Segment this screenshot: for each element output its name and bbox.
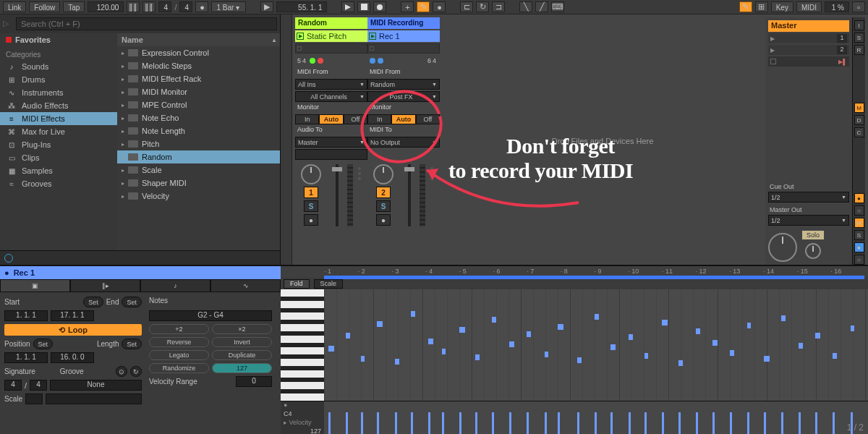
legato-button[interactable]: Legato (149, 350, 209, 360)
track-activator[interactable]: 2 (376, 187, 391, 198)
velocity-bar[interactable] (527, 412, 529, 434)
m-section-icon[interactable]: M (854, 218, 864, 228)
velocity-bar[interactable] (629, 412, 631, 434)
midi-from-dropdown[interactable]: Random▼ (367, 79, 440, 90)
browser-item-random[interactable]: ▸Random (117, 150, 280, 163)
midi-note[interactable] (428, 339, 433, 344)
clip-static-pitch[interactable]: ▶ Static Pitch (295, 30, 367, 42)
returns-toggle-icon[interactable]: R (854, 45, 864, 55)
track-header[interactable]: Random (295, 17, 367, 29)
midi-note[interactable] (558, 324, 563, 330)
browser-preview-icon[interactable]: ▷ (3, 19, 13, 29)
midi-note[interactable] (644, 353, 648, 359)
draw-mode-icon[interactable]: ╲ (519, 1, 532, 12)
midi-channel-dropdown[interactable]: All Channels▼ (295, 91, 367, 102)
x-section-icon[interactable]: ○ (854, 255, 864, 265)
category-item-instruments[interactable]: ∿Instruments (0, 86, 117, 99)
scale-mode[interactable] (46, 393, 142, 404)
velocity-bar[interactable] (781, 412, 783, 434)
io-section-icon[interactable]: ● (854, 193, 864, 203)
clip-start-value[interactable]: 1. 1. 1 (4, 310, 48, 321)
midi-note[interactable] (629, 334, 633, 340)
velocity-bar[interactable] (764, 412, 766, 434)
clip-tab-envelopes[interactable]: ♪ (140, 279, 210, 292)
velocity-bar[interactable] (377, 412, 379, 434)
midi-note[interactable] (678, 360, 683, 366)
note-grid[interactable] (324, 289, 868, 401)
midi-note[interactable] (346, 333, 350, 339)
category-item-sounds[interactable]: ♪Sounds (0, 60, 117, 73)
cue-out-dropdown[interactable]: 1/2▼ (768, 192, 849, 203)
quantize-menu[interactable]: 1 Bar ▾ (211, 1, 246, 12)
velocity-bar[interactable] (411, 412, 413, 434)
category-item-grooves[interactable]: ≈Grooves (0, 177, 117, 190)
velocity-bar[interactable] (815, 412, 817, 434)
groove-commit-icon[interactable]: ↻ (130, 366, 142, 377)
delay-toggle-icon[interactable]: D (854, 115, 864, 125)
groove-hot-swap-icon[interactable]: ⊙ (116, 366, 127, 377)
name-column-header[interactable]: Name▴ (117, 33, 280, 46)
stop-icon[interactable] (357, 1, 370, 12)
send-knobs[interactable] (356, 164, 363, 226)
clip-slot[interactable] (295, 43, 367, 54)
category-item-midi-effects[interactable]: ≡MIDI Effects (0, 112, 117, 125)
bar-ruler[interactable]: · 1· 2· 3· 4· 5· 6· 7· 8· 9· 10· 11· 12·… (281, 266, 868, 278)
set-start-button[interactable]: Set (83, 297, 103, 307)
midi-note[interactable] (328, 346, 334, 352)
clip-title-bar[interactable]: ●Rec 1 (0, 266, 281, 279)
overdub-plus-icon[interactable]: + (401, 1, 414, 12)
computer-midi-icon[interactable]: ╱ (535, 1, 548, 12)
midi-note[interactable] (747, 323, 751, 328)
fold-button[interactable]: Fold (284, 279, 310, 289)
midi-note[interactable] (545, 352, 548, 357)
scene-row[interactable]: ▶1 (768, 33, 849, 43)
midi-note[interactable] (595, 314, 599, 320)
loop-icon[interactable]: ↻ (476, 1, 489, 12)
midi-note[interactable] (442, 349, 446, 354)
velocity-bar[interactable] (361, 412, 363, 434)
velocity-bar[interactable] (595, 412, 597, 434)
set-end-button[interactable]: Set (122, 297, 142, 307)
clip-tab-launch[interactable]: ▣ (0, 279, 70, 292)
monitor-buttons[interactable]: InAutoOff (295, 114, 367, 124)
browser-item-melodic-steps[interactable]: ▸Melodic Steps (117, 59, 280, 72)
clip-end-value[interactable]: 17. 1. 1 (51, 310, 94, 321)
midi-note[interactable] (851, 326, 854, 331)
return-section-icon[interactable]: ○ (854, 205, 864, 216)
loop-toggle[interactable]: ⟲Loop (4, 324, 142, 336)
master-out-dropdown[interactable]: 1/2▼ (768, 215, 849, 226)
velocity-bar[interactable] (747, 412, 749, 434)
solo-button[interactable]: S (376, 200, 391, 212)
capture-icon[interactable]: ⊏ (460, 1, 473, 12)
sig-den[interactable]: 4 (30, 380, 47, 391)
favorites-header[interactable]: Favorites (0, 33, 117, 46)
velocity-range-value[interactable]: 0 (236, 376, 272, 387)
velocity-bar[interactable] (712, 412, 715, 434)
clip-tab-expression[interactable]: ∿ (210, 279, 281, 292)
timesig-denominator[interactable]: 4 (179, 1, 192, 12)
drop-area[interactable]: Drop Files and Devices Here (440, 17, 765, 265)
midi-note[interactable] (577, 357, 582, 363)
search-input[interactable] (16, 17, 277, 30)
arm-button[interactable]: ● (376, 214, 391, 226)
browser-item-scale[interactable]: ▸Scale (117, 163, 280, 176)
clip-tab-notes[interactable]: ‖▸ (70, 279, 140, 292)
midi-note[interactable] (492, 317, 496, 323)
volume-fader[interactable] (408, 164, 411, 226)
track-activator[interactable]: 1 (304, 187, 318, 198)
category-item-drums[interactable]: ⊞Drums (0, 73, 117, 86)
stop-all-row[interactable]: ▶▌ (768, 56, 849, 67)
sig-num[interactable]: 4 (4, 380, 22, 391)
mixer-toggle-icon[interactable]: M (854, 103, 864, 113)
metronome-nudge-up-icon[interactable]: ‖‖ (142, 1, 156, 12)
follow-button[interactable]: Follow (29, 1, 60, 12)
midi-note[interactable] (696, 328, 700, 334)
category-item-samples[interactable]: ▦Samples (0, 164, 117, 177)
keyboard-icon[interactable]: ⌨ (551, 1, 564, 12)
category-item-clips[interactable]: ▭Clips (0, 151, 117, 164)
tempo-field[interactable]: 120.00 (88, 1, 124, 12)
velocity-bar[interactable] (459, 412, 461, 434)
volume-fader[interactable] (336, 164, 339, 226)
category-item-plug-ins[interactable]: ⊡Plug-Ins (0, 138, 117, 151)
velocity-bar[interactable] (558, 412, 560, 434)
